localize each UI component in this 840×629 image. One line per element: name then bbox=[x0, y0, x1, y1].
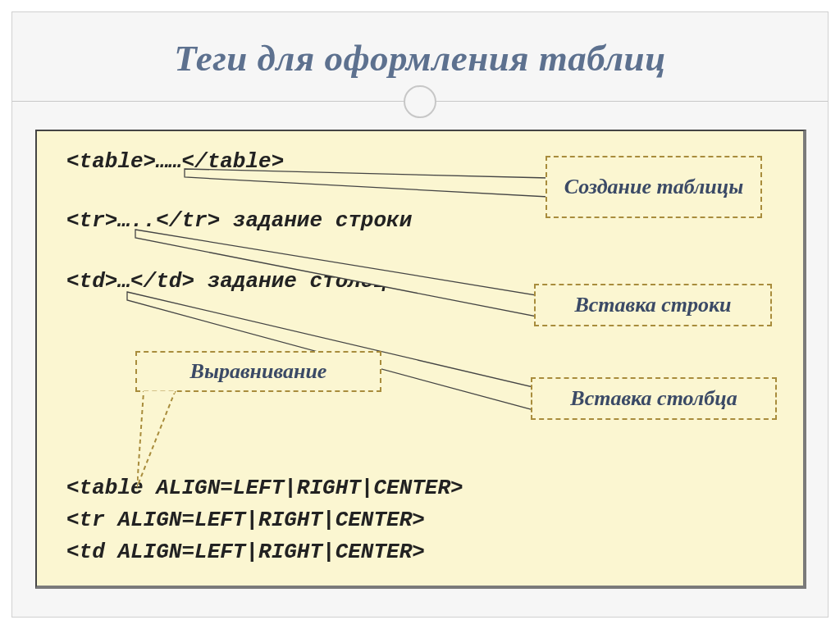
code-table-tag: <table>……</table> bbox=[66, 149, 284, 174]
callout-alignment: Выравнивание bbox=[135, 351, 381, 392]
callout-create-table: Создание таблицы bbox=[546, 156, 762, 218]
slide-title: Теги для оформления таблиц bbox=[12, 37, 828, 80]
code-tr-tag: <tr>…..</tr> задание строки bbox=[66, 208, 412, 233]
slide-frame: Теги для оформления таблиц <table>……</ta… bbox=[11, 11, 829, 618]
callout-insert-column: Вставка столбца bbox=[531, 377, 777, 420]
code-align-tr: <tr ALIGN=LEFT|RIGHT|CENTER> bbox=[66, 508, 425, 532]
code-align-td: <td ALIGN=LEFT|RIGHT|CENTER> bbox=[66, 540, 425, 564]
callout-alignment-tail-icon bbox=[137, 390, 194, 489]
svg-marker-3 bbox=[137, 392, 175, 487]
content-panel: <table>……</table> <tr>…..</tr> задание с… bbox=[35, 130, 806, 589]
callout-insert-row: Вставка строки bbox=[534, 284, 772, 326]
title-divider bbox=[12, 101, 828, 102]
divider-circle-icon bbox=[404, 85, 436, 118]
code-align-table: <table ALIGN=LEFT|RIGHT|CENTER> bbox=[66, 476, 463, 500]
code-td-tag: <td>…</td> задание столбца bbox=[66, 269, 399, 294]
